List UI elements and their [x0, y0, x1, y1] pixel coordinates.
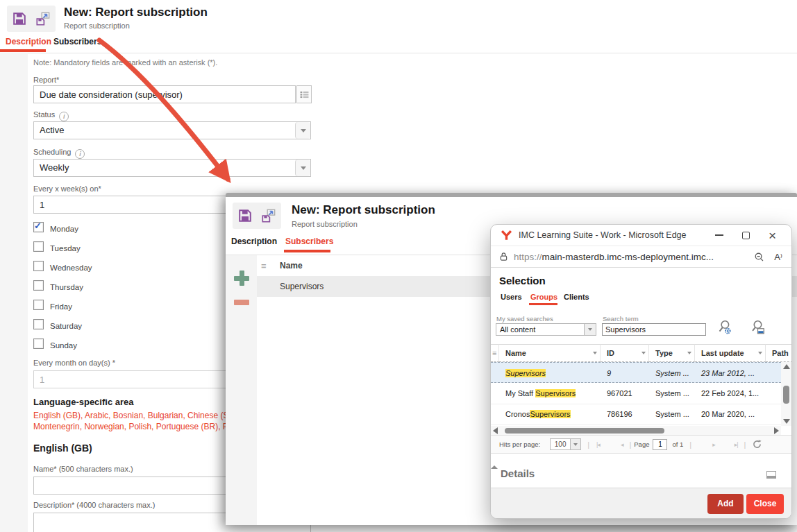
checkbox-sunday[interactable]: Sunday: [33, 338, 77, 351]
add-button[interactable]: Add: [707, 494, 744, 514]
subscriber-name: Supervisors: [280, 282, 324, 291]
report-input[interactable]: [33, 85, 296, 103]
scroll-down-icon[interactable]: [783, 419, 790, 424]
page-title: New: Report subscription: [64, 6, 208, 19]
filter-caret-icon[interactable]: [641, 352, 646, 354]
result-row-selected[interactable]: Supervisors 9 System ... 23 Mar 2012, ..…: [491, 362, 781, 383]
panel-resize-handle[interactable]: [491, 454, 791, 458]
chevron-down-icon[interactable]: [571, 438, 581, 450]
popup-title-bar[interactable]: IMC Learning Suite - Work - Microsoft Ed…: [491, 225, 791, 246]
subscribers-name-header[interactable]: Name: [280, 261, 303, 271]
previous-page-button[interactable]: ◂: [621, 441, 623, 448]
report-picker-button[interactable]: [296, 85, 312, 103]
column-header-name[interactable]: Name: [499, 344, 601, 362]
collapse-details-icon[interactable]: [766, 471, 776, 479]
saved-searches-dropdown-button[interactable]: [585, 323, 596, 336]
filter-caret-icon[interactable]: [758, 352, 762, 354]
tab-description[interactable]: Description: [6, 37, 51, 46]
minimize-icon[interactable]: [715, 234, 723, 236]
popup-address-bar[interactable]: https://main-masterdb.imc-ms-deployment.…: [491, 246, 791, 268]
column-menu-icon[interactable]: ≡: [261, 261, 267, 271]
add-subscriber-button[interactable]: [234, 271, 249, 286]
last-page-button[interactable]: ▸|: [735, 441, 738, 448]
close-button[interactable]: Close: [746, 494, 784, 514]
filter-caret-icon[interactable]: [687, 352, 691, 354]
main-tab-bar: Description Subscribers: [0, 34, 797, 53]
maximize-icon[interactable]: [742, 232, 750, 239]
checkbox-saturday[interactable]: Saturday: [33, 319, 82, 332]
saved-searches-dropdown[interactable]: All content: [496, 323, 585, 336]
main-left-strip: [0, 54, 28, 532]
close-icon[interactable]: ×: [769, 232, 776, 239]
result-row[interactable]: My Staff Supervisors 967021 System ... 2…: [491, 383, 781, 404]
horizontal-scrollbar[interactable]: [491, 426, 781, 435]
next-page-button[interactable]: ▸: [712, 441, 715, 448]
column-header-id[interactable]: ID: [601, 344, 649, 362]
language-links-line2[interactable]: Montenegrin, Norwegian, Polish, Portugue…: [33, 422, 242, 431]
result-row[interactable]: CronosSupervisors 786196 System ... 20 M…: [491, 404, 781, 425]
overlay-tab-description[interactable]: Description: [231, 237, 277, 246]
language-links-line1[interactable]: English (GB), Arabic, Bosnian, Bulgarian…: [33, 411, 242, 420]
status-info-icon[interactable]: i: [59, 112, 69, 121]
scroll-right-icon[interactable]: [774, 427, 779, 434]
search-term-input[interactable]: [602, 323, 706, 336]
status-value: Active: [40, 122, 64, 139]
overlay-title: New: Report subscription: [292, 203, 435, 217]
filter-caret-icon[interactable]: [593, 352, 597, 354]
scrollbar-thumb[interactable]: [505, 428, 664, 434]
checkbox-wednesday[interactable]: Wednesday: [33, 261, 92, 273]
save-button[interactable]: [237, 208, 253, 223]
scheduling-dropdown[interactable]: Weekly: [33, 159, 311, 177]
tab-groups[interactable]: Groups: [530, 293, 557, 301]
name-label: Name* (500 characters max.): [33, 465, 133, 473]
status-dropdown[interactable]: Active: [33, 121, 311, 139]
save-and-close-icon: [261, 208, 276, 223]
scheduling-dropdown-button[interactable]: [295, 160, 310, 176]
scroll-up-icon[interactable]: [783, 364, 790, 369]
hits-per-page-dropdown[interactable]: 100: [550, 438, 581, 450]
first-page-button[interactable]: |◂: [596, 441, 600, 448]
save-and-close-button[interactable]: [261, 208, 276, 223]
checkbox-tuesday[interactable]: Tuesday: [33, 241, 81, 254]
status-dropdown-button[interactable]: [295, 122, 310, 139]
every-month-label: Every month on day(s) *: [33, 359, 115, 367]
checkbox-friday[interactable]: Friday: [33, 300, 72, 312]
url-text[interactable]: https://main-masterdb.imc-ms-deployment.…: [514, 252, 714, 262]
mandatory-note: Note: Mandatory fields are marked with a…: [33, 58, 217, 67]
tab-subscribers[interactable]: Subscribers: [53, 37, 101, 46]
scheduling-label: Schedulingi: [33, 148, 85, 159]
save-and-close-icon: [35, 11, 51, 26]
scheduling-info-icon[interactable]: i: [75, 149, 85, 159]
refresh-icon[interactable]: [753, 440, 762, 449]
checkbox-monday[interactable]: Monday: [33, 222, 78, 234]
save-and-close-button[interactable]: [35, 11, 51, 26]
column-header-last-update[interactable]: Last update: [695, 344, 766, 362]
scroll-left-icon[interactable]: [493, 427, 498, 434]
scrollbar-thumb[interactable]: [783, 386, 789, 404]
column-header-type[interactable]: Type: [649, 344, 695, 362]
checkbox-box: [33, 261, 44, 271]
remove-subscriber-button[interactable]: [234, 300, 249, 305]
read-aloud-icon[interactable]: A⁾: [774, 252, 782, 262]
page-number-input[interactable]: [653, 439, 667, 450]
column-menu-icon[interactable]: ≡: [491, 344, 499, 362]
save-search-icon: [750, 319, 765, 336]
zoom-out-icon[interactable]: [754, 252, 764, 262]
english-gb-heading: English (GB): [33, 443, 92, 454]
chevron-down-icon: [301, 129, 306, 132]
overlay-active-tab-underline: [284, 250, 330, 252]
vertical-scrollbar[interactable]: [781, 362, 791, 426]
overlay-tab-subscribers[interactable]: Subscribers: [285, 237, 333, 246]
run-search-button[interactable]: [717, 319, 732, 338]
checkbox-box: [33, 280, 44, 291]
tab-clients[interactable]: Clients: [564, 293, 589, 301]
checkbox-thursday[interactable]: Thursday: [33, 280, 83, 293]
list-picker-icon: [300, 91, 309, 98]
page-of-label: of 1: [672, 440, 683, 448]
save-button[interactable]: [12, 11, 27, 26]
save-search-button[interactable]: [750, 319, 765, 338]
every-week-label: Every x week(s) on*: [33, 185, 101, 193]
tab-users[interactable]: Users: [501, 293, 522, 301]
status-label: Statusi: [33, 110, 69, 121]
column-header-path[interactable]: Path: [766, 344, 792, 362]
